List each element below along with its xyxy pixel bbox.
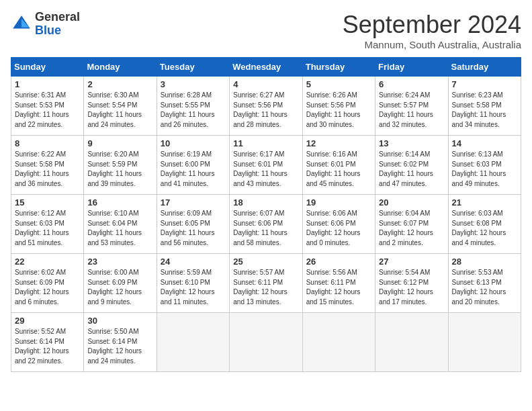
location-title: Mannum, South Australia, Australia [343,39,521,50]
calendar-cell: 13Sunrise: 6:14 AM Sunset: 6:02 PM Dayli… [375,136,448,195]
week-row-5: 29Sunrise: 5:52 AM Sunset: 6:14 PM Dayli… [11,313,521,372]
day-number: 30 [87,316,152,326]
weekday-header-wednesday: Wednesday [230,58,302,77]
calendar-cell: 25Sunrise: 5:57 AM Sunset: 6:11 PM Dayli… [230,254,302,313]
day-info: Sunrise: 6:04 AM Sunset: 6:07 PM Dayligh… [379,209,444,248]
calendar-cell: 3Sunrise: 6:28 AM Sunset: 5:55 PM Daylig… [157,77,229,136]
day-number: 22 [15,257,80,267]
day-number: 11 [233,138,298,148]
day-number: 18 [233,197,298,208]
day-number: 26 [306,257,371,267]
title-block: September 2024 Mannum, South Australia, … [343,11,521,50]
calendar-cell: 8Sunrise: 6:22 AM Sunset: 5:58 PM Daylig… [11,136,84,195]
day-number: 12 [306,138,371,148]
calendar-cell [230,313,302,372]
weekday-header-sunday: Sunday [11,58,84,77]
calendar-cell: 15Sunrise: 6:12 AM Sunset: 6:03 PM Dayli… [11,195,84,254]
day-info: Sunrise: 6:07 AM Sunset: 6:06 PM Dayligh… [233,209,298,248]
calendar-cell: 30Sunrise: 5:50 AM Sunset: 6:14 PM Dayli… [84,313,157,372]
day-info: Sunrise: 6:13 AM Sunset: 6:03 PM Dayligh… [452,150,517,189]
logo-general-text: General [35,11,80,24]
day-number: 1 [15,79,80,89]
calendar-cell: 16Sunrise: 6:10 AM Sunset: 6:04 PM Dayli… [84,195,157,254]
day-number: 5 [306,79,371,89]
day-info: Sunrise: 6:23 AM Sunset: 5:58 PM Dayligh… [452,91,517,130]
day-info: Sunrise: 6:24 AM Sunset: 5:57 PM Dayligh… [379,91,444,130]
calendar-cell: 21Sunrise: 6:03 AM Sunset: 6:08 PM Dayli… [448,195,521,254]
day-info: Sunrise: 6:16 AM Sunset: 6:01 PM Dayligh… [306,150,371,189]
day-number: 8 [15,138,80,148]
day-info: Sunrise: 6:02 AM Sunset: 6:09 PM Dayligh… [15,268,80,307]
day-info: Sunrise: 6:06 AM Sunset: 6:06 PM Dayligh… [306,209,371,248]
calendar-cell: 5Sunrise: 6:26 AM Sunset: 5:56 PM Daylig… [302,77,375,136]
day-number: 21 [452,197,517,208]
logo: General Blue [11,11,80,38]
day-number: 28 [452,257,517,267]
day-info: Sunrise: 5:56 AM Sunset: 6:11 PM Dayligh… [306,268,371,307]
calendar-cell [157,313,229,372]
page-header: General Blue September 2024 Mannum, Sout… [11,11,521,50]
day-info: Sunrise: 6:30 AM Sunset: 5:54 PM Dayligh… [87,91,152,130]
month-title: September 2024 [343,11,521,39]
calendar-cell: 19Sunrise: 6:06 AM Sunset: 6:06 PM Dayli… [302,195,375,254]
week-row-4: 22Sunrise: 6:02 AM Sunset: 6:09 PM Dayli… [11,254,521,313]
day-info: Sunrise: 6:10 AM Sunset: 6:04 PM Dayligh… [87,209,152,248]
calendar-body: 1Sunrise: 6:31 AM Sunset: 5:53 PM Daylig… [11,77,521,372]
logo-text: General Blue [35,11,80,38]
calendar-cell: 29Sunrise: 5:52 AM Sunset: 6:14 PM Dayli… [11,313,84,372]
day-info: Sunrise: 6:03 AM Sunset: 6:08 PM Dayligh… [452,209,517,248]
calendar-cell: 4Sunrise: 6:27 AM Sunset: 5:56 PM Daylig… [230,77,302,136]
day-info: Sunrise: 5:50 AM Sunset: 6:14 PM Dayligh… [87,327,152,366]
calendar-header: SundayMondayTuesdayWednesdayThursdayFrid… [11,58,521,77]
day-info: Sunrise: 6:00 AM Sunset: 6:09 PM Dayligh… [87,268,152,307]
day-info: Sunrise: 6:26 AM Sunset: 5:56 PM Dayligh… [306,91,371,130]
calendar-cell [448,313,521,372]
calendar-cell: 23Sunrise: 6:00 AM Sunset: 6:09 PM Dayli… [84,254,157,313]
day-number: 4 [233,79,298,89]
calendar-cell [375,313,448,372]
calendar-cell: 22Sunrise: 6:02 AM Sunset: 6:09 PM Dayli… [11,254,84,313]
day-number: 23 [87,257,152,267]
calendar-cell: 14Sunrise: 6:13 AM Sunset: 6:03 PM Dayli… [448,136,521,195]
logo-icon [11,13,32,35]
calendar-cell: 28Sunrise: 5:53 AM Sunset: 6:13 PM Dayli… [448,254,521,313]
calendar-cell: 6Sunrise: 6:24 AM Sunset: 5:57 PM Daylig… [375,77,448,136]
calendar-cell: 11Sunrise: 6:17 AM Sunset: 6:01 PM Dayli… [230,136,302,195]
weekday-header-friday: Friday [375,58,448,77]
week-row-1: 1Sunrise: 6:31 AM Sunset: 5:53 PM Daylig… [11,77,521,136]
calendar-cell: 20Sunrise: 6:04 AM Sunset: 6:07 PM Dayli… [375,195,448,254]
calendar-cell [302,313,375,372]
day-number: 9 [87,138,152,148]
calendar-cell: 24Sunrise: 5:59 AM Sunset: 6:10 PM Dayli… [157,254,229,313]
day-number: 29 [15,316,80,326]
calendar-cell: 18Sunrise: 6:07 AM Sunset: 6:06 PM Dayli… [230,195,302,254]
calendar-cell: 9Sunrise: 6:20 AM Sunset: 5:59 PM Daylig… [84,136,157,195]
day-info: Sunrise: 6:28 AM Sunset: 5:55 PM Dayligh… [161,91,226,130]
day-info: Sunrise: 6:14 AM Sunset: 6:02 PM Dayligh… [379,150,444,189]
calendar-cell: 26Sunrise: 5:56 AM Sunset: 6:11 PM Dayli… [302,254,375,313]
weekday-header-tuesday: Tuesday [157,58,229,77]
day-number: 25 [233,257,298,267]
day-number: 10 [161,138,226,148]
calendar-cell: 10Sunrise: 6:19 AM Sunset: 6:00 PM Dayli… [157,136,229,195]
day-info: Sunrise: 6:12 AM Sunset: 6:03 PM Dayligh… [15,209,80,248]
day-info: Sunrise: 5:53 AM Sunset: 6:13 PM Dayligh… [452,268,517,307]
calendar-cell: 2Sunrise: 6:30 AM Sunset: 5:54 PM Daylig… [84,77,157,136]
day-info: Sunrise: 6:27 AM Sunset: 5:56 PM Dayligh… [233,91,298,130]
calendar-cell: 7Sunrise: 6:23 AM Sunset: 5:58 PM Daylig… [448,77,521,136]
calendar-cell: 1Sunrise: 6:31 AM Sunset: 5:53 PM Daylig… [11,77,84,136]
day-info: Sunrise: 6:17 AM Sunset: 6:01 PM Dayligh… [233,150,298,189]
weekday-header-saturday: Saturday [448,58,521,77]
day-info: Sunrise: 6:20 AM Sunset: 5:59 PM Dayligh… [87,150,152,189]
day-number: 15 [15,197,80,208]
day-number: 3 [161,79,226,89]
weekday-header-monday: Monday [84,58,157,77]
calendar-cell: 12Sunrise: 6:16 AM Sunset: 6:01 PM Dayli… [302,136,375,195]
day-info: Sunrise: 5:52 AM Sunset: 6:14 PM Dayligh… [15,327,80,366]
week-row-3: 15Sunrise: 6:12 AM Sunset: 6:03 PM Dayli… [11,195,521,254]
week-row-2: 8Sunrise: 6:22 AM Sunset: 5:58 PM Daylig… [11,136,521,195]
day-number: 16 [87,197,152,208]
day-info: Sunrise: 5:54 AM Sunset: 6:12 PM Dayligh… [379,268,444,307]
day-number: 19 [306,197,371,208]
day-info: Sunrise: 6:09 AM Sunset: 6:05 PM Dayligh… [161,209,226,248]
